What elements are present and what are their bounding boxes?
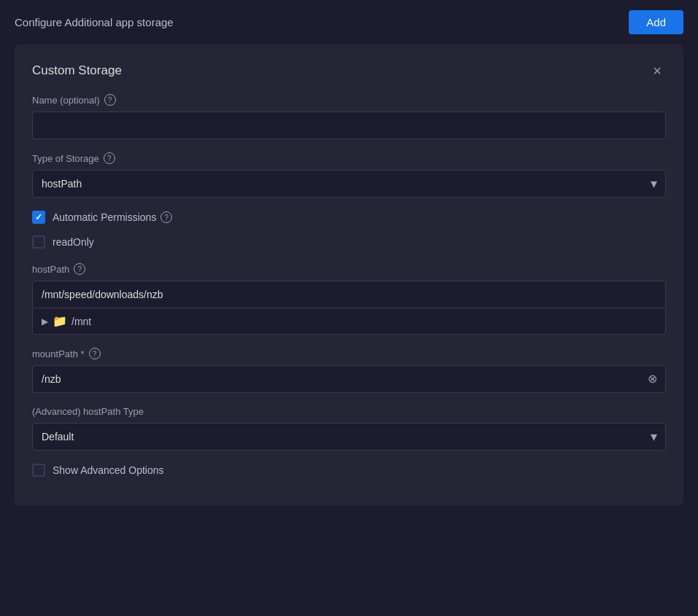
name-input[interactable] (32, 112, 666, 139)
top-bar: Configure Additional app storage Add (0, 0, 698, 44)
folder-expand-icon[interactable]: ▶ (42, 316, 48, 327)
folder-icon: 📁 (53, 314, 67, 328)
type-label: Type of Storage ? (32, 152, 666, 164)
name-field-group: Name (optional) ? (32, 94, 666, 139)
add-button[interactable]: Add (629, 10, 683, 34)
advanced-type-select-wrapper: Default DirectoryOrCreate Directory File… (32, 423, 666, 451)
readonly-label: readOnly (53, 236, 94, 248)
automatic-permissions-row: Automatic Permissions ? (32, 211, 666, 224)
page-title: Configure Additional app storage (15, 16, 174, 28)
mountpath-input[interactable] (32, 365, 666, 393)
path-browser: ▶ 📁 /mnt (32, 308, 666, 335)
hostpath-help-icon[interactable]: ? (74, 263, 85, 275)
hostpath-label: hostPath ? (32, 263, 666, 275)
mountpath-input-wrapper: ⊗ (32, 365, 666, 393)
readonly-checkbox[interactable] (32, 235, 45, 249)
hostpath-input-wrapper: ▶ 📁 /mnt (32, 281, 666, 335)
page-wrapper: Configure Additional app storage Add Cus… (0, 0, 698, 616)
mountpath-clear-button[interactable]: ⊗ (646, 372, 659, 386)
type-help-icon[interactable]: ? (104, 152, 115, 164)
name-help-icon[interactable]: ? (104, 94, 116, 106)
panel-header: Custom Storage × (32, 62, 666, 79)
mountpath-field-group: mountPath * ? ⊗ (32, 348, 666, 393)
advanced-hostpath-type-group: (Advanced) hostPath Type Default Directo… (32, 406, 666, 451)
show-advanced-checkbox[interactable] (32, 464, 45, 477)
custom-storage-panel: Custom Storage × Name (optional) ? Type … (15, 44, 683, 506)
show-advanced-row: Show Advanced Options (32, 464, 666, 477)
advanced-type-select[interactable]: Default DirectoryOrCreate Directory File… (32, 423, 666, 451)
hostpath-input[interactable] (32, 281, 666, 308)
type-select[interactable]: hostPath nfs pvc (32, 170, 666, 198)
mountpath-label: mountPath * ? (32, 348, 666, 359)
folder-name: /mnt (71, 316, 91, 327)
type-of-storage-group: Type of Storage ? hostPath nfs pvc ▾ (32, 152, 666, 198)
hostpath-field-group: hostPath ? ▶ 📁 /mnt (32, 263, 666, 335)
type-select-wrapper: hostPath nfs pvc ▾ (32, 170, 666, 198)
name-label: Name (optional) ? (32, 94, 666, 106)
close-button[interactable]: × (648, 62, 666, 79)
advanced-hostpath-label: (Advanced) hostPath Type (32, 406, 666, 417)
automatic-permissions-help-icon[interactable]: ? (160, 211, 172, 223)
automatic-permissions-label-group: Automatic Permissions ? (53, 211, 172, 223)
automatic-permissions-checkbox[interactable] (32, 211, 45, 224)
show-advanced-label: Show Advanced Options (53, 464, 164, 476)
panel-title: Custom Storage (32, 63, 122, 78)
clear-icon: ⊗ (648, 373, 657, 385)
mountpath-help-icon[interactable]: ? (89, 348, 101, 359)
readonly-row: readOnly (32, 235, 666, 249)
close-icon: × (653, 63, 662, 79)
